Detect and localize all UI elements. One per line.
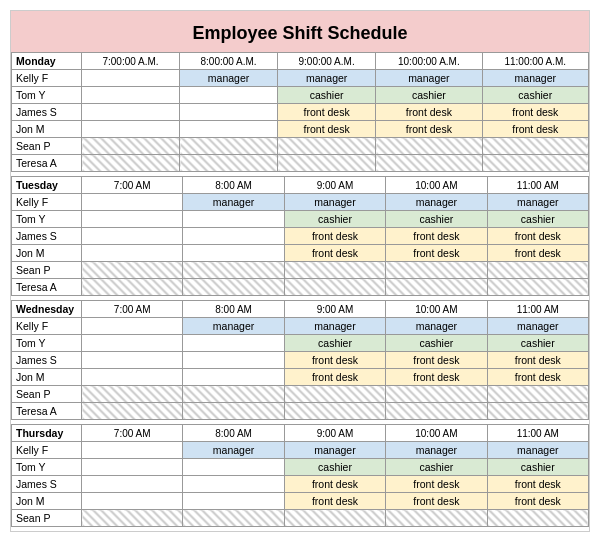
table-row: James Sfront deskfront deskfront desk (12, 104, 589, 121)
table-row: Tom Ycashiercashiercashier (12, 459, 589, 476)
shift-cell-2-5-2 (284, 403, 385, 420)
shift-cell-3-0-2: manager (284, 442, 385, 459)
table-row: Teresa A (12, 155, 589, 172)
shift-cell-3-1-2: cashier (284, 459, 385, 476)
shift-cell-3-2-1 (183, 476, 284, 493)
shift-cell-0-5-1 (180, 155, 278, 172)
shift-cell-3-3-3: front desk (386, 493, 487, 510)
shift-cell-1-5-1 (183, 279, 284, 296)
shift-cell-3-4-0 (82, 510, 183, 527)
shift-cell-3-0-0 (82, 442, 183, 459)
shift-cell-2-4-4 (487, 386, 588, 403)
employee-name-0-2: James S (12, 104, 82, 121)
shift-cell-1-3-0 (82, 245, 183, 262)
shift-cell-1-5-4 (487, 279, 588, 296)
shift-cell-2-1-4: cashier (487, 335, 588, 352)
shift-cell-1-5-2 (284, 279, 385, 296)
shift-cell-0-4-3 (376, 138, 482, 155)
table-row: Sean P (12, 510, 589, 527)
employee-name-1-1: Tom Y (12, 211, 82, 228)
shift-cell-1-3-1 (183, 245, 284, 262)
shift-cell-1-1-0 (82, 211, 183, 228)
shift-cell-1-3-4: front desk (487, 245, 588, 262)
employee-name-0-3: Jon M (12, 121, 82, 138)
shift-cell-3-2-3: front desk (386, 476, 487, 493)
shift-cell-1-1-3: cashier (386, 211, 487, 228)
shift-cell-2-4-2 (284, 386, 385, 403)
table-row: Kelly Fmanagermanagermanagermanager (12, 70, 589, 87)
time-header-0-4: 11:00:00 A.M. (482, 53, 588, 70)
time-header-3-0: 7:00 AM (82, 425, 183, 442)
employee-name-0-4: Sean P (12, 138, 82, 155)
shift-cell-1-2-4: front desk (487, 228, 588, 245)
table-row: Kelly Fmanagermanagermanagermanager (12, 442, 589, 459)
shift-cell-3-3-0 (82, 493, 183, 510)
shift-cell-0-5-3 (376, 155, 482, 172)
shift-cell-0-5-2 (278, 155, 376, 172)
day-label-2: Wednesday (12, 301, 82, 318)
shift-cell-1-4-0 (82, 262, 183, 279)
time-header-2-0: 7:00 AM (82, 301, 183, 318)
employee-name-0-0: Kelly F (12, 70, 82, 87)
shift-cell-3-1-0 (82, 459, 183, 476)
shift-cell-0-0-4: manager (482, 70, 588, 87)
shift-cell-0-2-0 (82, 104, 180, 121)
shift-cell-2-5-0 (82, 403, 183, 420)
shift-cell-1-0-2: manager (284, 194, 385, 211)
shift-cell-0-1-3: cashier (376, 87, 482, 104)
shift-cell-2-0-3: manager (386, 318, 487, 335)
employee-name-3-3: Jon M (12, 493, 82, 510)
time-header-0-2: 9:00:00 A.M. (278, 53, 376, 70)
shift-cell-0-1-0 (82, 87, 180, 104)
shift-cell-0-4-2 (278, 138, 376, 155)
shift-cell-0-3-0 (82, 121, 180, 138)
shift-cell-2-3-2: front desk (284, 369, 385, 386)
shift-cell-1-2-1 (183, 228, 284, 245)
shift-cell-0-2-2: front desk (278, 104, 376, 121)
shift-cell-2-3-0 (82, 369, 183, 386)
page-title: Employee Shift Schedule (11, 23, 589, 44)
shift-cell-0-5-0 (82, 155, 180, 172)
shift-cell-0-1-2: cashier (278, 87, 376, 104)
shift-cell-0-1-4: cashier (482, 87, 588, 104)
shift-cell-2-1-0 (82, 335, 183, 352)
shift-cell-3-0-3: manager (386, 442, 487, 459)
employee-name-0-1: Tom Y (12, 87, 82, 104)
shift-cell-3-3-2: front desk (284, 493, 385, 510)
employee-name-3-1: Tom Y (12, 459, 82, 476)
employee-name-2-5: Teresa A (12, 403, 82, 420)
employee-name-1-4: Sean P (12, 262, 82, 279)
employee-name-2-4: Sean P (12, 386, 82, 403)
shift-cell-3-0-1: manager (183, 442, 284, 459)
shift-cell-0-4-4 (482, 138, 588, 155)
time-header-3-4: 11:00 AM (487, 425, 588, 442)
day-label-3: Thursday (12, 425, 82, 442)
shift-cell-2-0-0 (82, 318, 183, 335)
employee-name-1-5: Teresa A (12, 279, 82, 296)
time-header-3-2: 9:00 AM (284, 425, 385, 442)
shift-cell-3-1-3: cashier (386, 459, 487, 476)
time-header-0-1: 8:00:00 A.M. (180, 53, 278, 70)
shift-cell-0-3-2: front desk (278, 121, 376, 138)
shift-cell-0-1-1 (180, 87, 278, 104)
shift-cell-2-4-0 (82, 386, 183, 403)
shift-cell-2-2-3: front desk (386, 352, 487, 369)
time-header-1-3: 10:00 AM (386, 177, 487, 194)
time-header-1-4: 11:00 AM (487, 177, 588, 194)
shift-cell-2-5-3 (386, 403, 487, 420)
shift-cell-1-5-3 (386, 279, 487, 296)
shift-cell-1-0-3: manager (386, 194, 487, 211)
title-section: Employee Shift Schedule (11, 11, 589, 52)
table-row: Teresa A (12, 403, 589, 420)
shift-cell-1-4-4 (487, 262, 588, 279)
shift-cell-2-2-1 (183, 352, 284, 369)
shift-cell-2-5-4 (487, 403, 588, 420)
shift-cell-2-1-3: cashier (386, 335, 487, 352)
table-row: Jon Mfront deskfront deskfront desk (12, 493, 589, 510)
table-row: Jon Mfront deskfront deskfront desk (12, 121, 589, 138)
shift-cell-1-4-1 (183, 262, 284, 279)
employee-name-1-3: Jon M (12, 245, 82, 262)
table-row: Kelly Fmanagermanagermanagermanager (12, 194, 589, 211)
table-row: Kelly Fmanagermanagermanagermanager (12, 318, 589, 335)
table-row: Tom Ycashiercashiercashier (12, 335, 589, 352)
